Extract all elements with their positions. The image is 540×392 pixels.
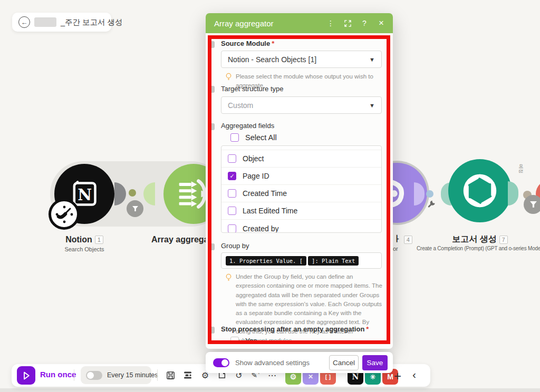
openai-module-subtitle: Create a Completion (Prompt) (GPT and o-… [417, 246, 540, 251]
kebab-menu-icon[interactable]: ⋮ [326, 19, 335, 27]
mapped-item-pill[interactable]: ]: Plain Text [308, 256, 359, 266]
select-all-row[interactable]: Select All [230, 133, 277, 142]
notion-module-label: Notion 1 [53, 235, 116, 244]
help-icon[interactable]: ? [360, 19, 369, 27]
schedule-control[interactable]: Every 15 minutes [81, 366, 151, 384]
scheduled-note: 예정 [517, 164, 524, 174]
save-scenario-icon[interactable] [165, 370, 176, 380]
list-item[interactable]: Created Time [221, 185, 381, 202]
checkbox-checked[interactable]: ✓ [228, 172, 236, 180]
divider [157, 369, 158, 381]
filter-icon-2[interactable] [524, 195, 540, 214]
redacted-name [34, 17, 56, 27]
notion-module-subtitle: Search Objects [53, 246, 116, 252]
advanced-settings-toggle[interactable] [213, 358, 229, 367]
add-module-button[interactable]: + [394, 369, 401, 384]
checkbox[interactable] [228, 207, 236, 215]
back-icon[interactable]: ← [18, 16, 30, 28]
connector-out-3 [508, 181, 518, 205]
scenario-header-pill[interactable]: ← _주간 보고서 생성 [12, 13, 111, 32]
aggregated-fields-label: Aggregated fields [221, 122, 274, 130]
modal-footer: Show advanced settings Cancel Save [206, 352, 393, 373]
openai-module-label: 보고서 생성 7 [438, 234, 522, 245]
schedule-clock-icon[interactable] [49, 199, 80, 230]
run-once-label[interactable]: Run once [40, 370, 76, 379]
run-once-button[interactable] [17, 366, 35, 385]
bulb-icon [226, 273, 232, 281]
svg-text:N: N [78, 185, 92, 204]
target-structure-select[interactable]: Custom ▼ [221, 96, 382, 114]
divider [74, 369, 74, 381]
expand-icon[interactable] [343, 19, 352, 27]
connector-dot-2 [426, 190, 433, 198]
collapse-toolbar-button[interactable]: ‹ [412, 368, 416, 381]
wrench-icon[interactable] [427, 199, 436, 210]
connector-dot [129, 189, 136, 197]
modal-content: Source Module* Notion - Search Objects [… [211, 35, 387, 340]
play-icon [22, 371, 31, 380]
bulb-icon [226, 73, 232, 81]
mapped-item-pill[interactable]: 1. Properties Value. [ [226, 256, 306, 266]
field-handle[interactable] [211, 41, 215, 48]
target-structure-label: Target structure type [221, 85, 284, 93]
radio-yes[interactable] [230, 337, 239, 340]
filter-icon[interactable] [127, 200, 143, 217]
field-handle[interactable] [211, 243, 215, 250]
chevron-down-icon: ▼ [369, 56, 375, 63]
cancel-button[interactable]: Cancel [329, 355, 359, 370]
close-icon[interactable]: × [377, 19, 385, 27]
source-module-label: Source Module* [221, 40, 274, 47]
list-item[interactable]: Bundle order position [221, 145, 381, 150]
stop-processing-label: Stop processing after an empty aggregati… [221, 325, 369, 333]
save-button[interactable]: Save [362, 355, 388, 370]
schedule-label: Every 15 minutes [107, 371, 158, 379]
checkbox[interactable] [228, 154, 236, 163]
list-item[interactable]: ✓ Page ID [221, 168, 381, 185]
group-by-input[interactable]: 1. Properties Value. [ ]: Plain Text [221, 252, 382, 269]
schedule-toggle[interactable] [86, 371, 102, 380]
select-all-checkbox[interactable] [230, 133, 239, 142]
advanced-settings-label: Show advanced settings [235, 359, 329, 367]
field-handle[interactable] [211, 86, 215, 93]
group-by-label: Group by [221, 242, 249, 250]
list-item[interactable]: Object [221, 150, 381, 168]
openai-logo-icon [459, 170, 500, 211]
modal-title: Array aggregator [214, 19, 326, 28]
list-item[interactable]: Created by [221, 220, 381, 233]
source-module-select[interactable]: Notion - Search Objects [1] ▼ [221, 51, 382, 68]
openai-module[interactable] [448, 159, 512, 222]
window-edge [0, 388, 540, 392]
modal-header[interactable]: Array aggregator ⋮ ? × [206, 13, 393, 33]
scenario-title: _주간 보고서 생성 [61, 17, 123, 27]
checkbox[interactable] [228, 189, 236, 198]
checkbox[interactable] [228, 224, 236, 233]
stop-processing-yes-row[interactable]: Yes [230, 337, 257, 340]
partial-module-subtitle: or [393, 246, 398, 252]
chevron-down-icon: ▼ [369, 102, 375, 109]
aggregated-fields-list: Bundle order position Object ✓ Page ID C… [221, 145, 382, 233]
field-handle[interactable] [211, 123, 215, 130]
list-item[interactable]: Last Edited Time [221, 202, 381, 220]
flow-control-icon[interactable] [182, 370, 193, 380]
partial-module-label: ㅏ 4 [393, 234, 412, 245]
field-handle[interactable] [211, 327, 215, 334]
